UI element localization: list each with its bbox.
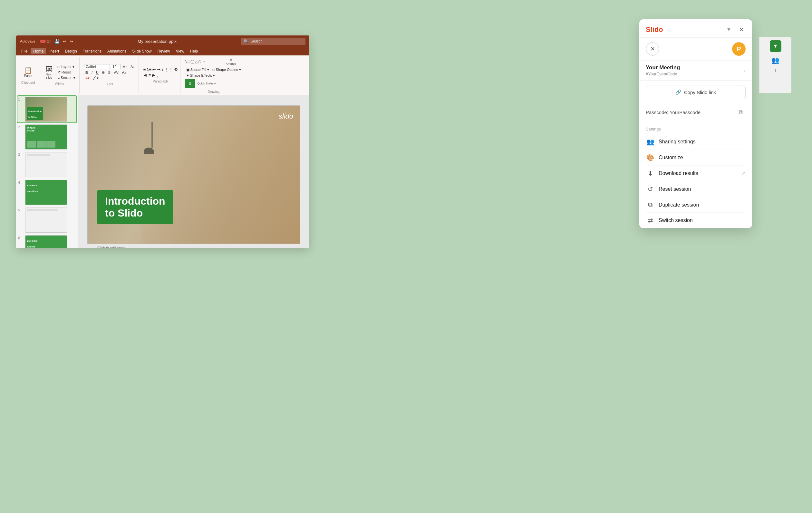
slide-thumb-2[interactable]: 2 What'sinside	[18, 124, 76, 150]
slide-thumb-1[interactable]: 1 Introductionto Slido	[18, 96, 76, 122]
shape-fill-btn[interactable]: ▣ Shape Fill ▾	[185, 67, 210, 72]
slido-ribbon-btn[interactable]: S	[185, 79, 195, 88]
menu-view[interactable]: View	[173, 48, 187, 54]
text-case-button[interactable]: Aa	[121, 70, 127, 75]
titlebar-left: AutoSave On 💾 ↩ ↪	[20, 39, 73, 44]
shadow-button[interactable]: S	[107, 70, 112, 75]
shape-3[interactable]: ◯	[191, 60, 194, 64]
participants-button[interactable]: 👥	[770, 54, 781, 66]
menu-home[interactable]: Home	[31, 48, 46, 54]
increase-font[interactable]: A↑	[121, 64, 128, 69]
slido-header-actions: ▼ ✕	[724, 25, 746, 34]
slido-close-button[interactable]: ✕	[736, 25, 746, 34]
main-slide[interactable]: Introduction to Slido slido	[87, 105, 300, 244]
increase-indent-btn[interactable]: ⇥	[157, 67, 161, 72]
x-icon: ✕	[650, 46, 655, 53]
shape-4[interactable]: △	[195, 60, 198, 64]
drawing-label: Drawing	[208, 90, 220, 93]
line-spacing-btn[interactable]: ↕	[162, 67, 164, 72]
autosave-toggle[interactable]: On	[39, 39, 52, 43]
menu-animations[interactable]: Animations	[105, 48, 129, 54]
shape-effects-btn[interactable]: ✦ Shape Effects ▾	[185, 73, 216, 78]
slide-thumb-5[interactable]: 5	[18, 207, 76, 233]
ribbon-drawing: ╲ □ ◯ △ ⬡ → ⧉ Arrange ▣ S	[182, 57, 245, 93]
new-slide-button[interactable]: 🖼 NewSlide	[42, 66, 55, 79]
menu-design[interactable]: Design	[62, 48, 79, 54]
align-center-btn[interactable]: ≡	[149, 73, 151, 78]
reset-session-label: Reset session	[659, 186, 691, 192]
link-icon: 🔗	[675, 89, 682, 95]
new-slide-label: NewSlide	[46, 73, 52, 79]
redo-icon[interactable]: ↪	[69, 39, 73, 44]
slide-thumb-3[interactable]: 3	[18, 151, 76, 178]
shape-1[interactable]: ╲	[185, 60, 187, 64]
new-slide-icon: 🖼	[46, 66, 52, 72]
align-left-btn[interactable]: ⫷	[143, 73, 148, 78]
reset-session-item[interactable]: ↺ Reset session	[646, 181, 746, 197]
chevron-right-icon: ›	[744, 67, 746, 74]
right-sidebar: ▼ 👥 1 ···	[759, 37, 791, 93]
decrease-font[interactable]: A↓	[129, 64, 136, 69]
more-options-button[interactable]: ···	[770, 78, 781, 90]
arrange-button[interactable]: ⧉ Arrange	[226, 57, 236, 66]
slido-minimize-button[interactable]: ▼	[724, 25, 733, 34]
slide-img-5	[25, 207, 67, 233]
numbered-btn[interactable]: 1≡	[147, 67, 151, 72]
slide-notes[interactable]: Click to add notes	[97, 246, 125, 248]
slido-top-row: ✕ P	[639, 38, 752, 61]
section-button[interactable]: ≡ Section ▾	[56, 76, 77, 80]
duplicate-icon: ⧉	[646, 201, 655, 208]
justify-btn[interactable]: ⁁	[157, 73, 158, 78]
font-family-input[interactable]	[84, 64, 110, 69]
columns-btn[interactable]: ⋮⋮	[165, 67, 173, 72]
underline-button[interactable]: U	[95, 70, 100, 75]
text-direction-btn[interactable]: ⟲	[174, 67, 178, 72]
menu-file[interactable]: File	[19, 48, 30, 54]
download-results-item[interactable]: ⬇ Download results ↗	[646, 166, 746, 181]
shape-outline-btn[interactable]: □ Shape Outline ▾	[211, 67, 242, 72]
slido-meeting-row[interactable]: Your Meeting #YourEventCode ›	[639, 61, 752, 81]
slide-num-1: 1	[18, 97, 23, 101]
strikethrough-button[interactable]: S	[101, 70, 106, 75]
menu-help[interactable]: Help	[187, 48, 201, 54]
italic-button[interactable]: I	[90, 70, 94, 75]
reset-button[interactable]: ↺ Reset	[56, 70, 77, 75]
slido-x-button[interactable]: ✕	[646, 42, 659, 56]
align-right-btn[interactable]: ⫸	[152, 73, 156, 78]
customize-item[interactable]: 🎨 Customize	[646, 150, 746, 166]
menu-review[interactable]: Review	[155, 48, 172, 54]
download-results-left: ⬇ Download results	[646, 170, 698, 177]
expand-icon: ▼	[773, 43, 778, 49]
highlight-btn[interactable]: 🖊▾	[92, 76, 100, 81]
arrange-icon: ⧉	[230, 58, 232, 61]
paste-button[interactable]: 📋 Paste	[22, 66, 34, 79]
switch-session-item[interactable]: ⇄ Switch session	[646, 213, 746, 228]
quick-styles-btn[interactable]: Quick Styles ▾	[196, 82, 218, 85]
slido-meeting-info: Your Meeting #YourEventCode	[646, 64, 680, 76]
menu-slideshow[interactable]: Slide Show	[129, 48, 154, 54]
slide-thumb-4[interactable]: 4 Audiencequestions	[18, 179, 76, 206]
sidebar-expand-button[interactable]: ▼	[770, 40, 781, 52]
menu-insert[interactable]: Insert	[47, 48, 62, 54]
ppt-body: 1 Introductionto Slido 2 What'sinside	[16, 95, 309, 248]
save-icon[interactable]: 💾	[54, 39, 60, 44]
ppt-search[interactable]: 🔍 Search	[241, 38, 306, 45]
slide-6-label: Live polls& ideas	[27, 240, 37, 248]
sharing-settings-item[interactable]: 👥 Sharing settings	[646, 134, 746, 150]
shape-2[interactable]: □	[188, 60, 190, 64]
font-color-btn[interactable]: A▾	[84, 76, 91, 81]
decrease-indent-btn[interactable]: ⇤	[152, 67, 156, 72]
menu-transitions[interactable]: Transitions	[80, 48, 104, 54]
shape-6[interactable]: →	[202, 60, 206, 64]
bold-button[interactable]: B	[84, 70, 89, 75]
char-spacing-button[interactable]: AV	[113, 70, 120, 75]
font-size-input[interactable]	[111, 64, 120, 69]
copy-passcode-button[interactable]: ⧉	[735, 107, 746, 117]
bullets-btn[interactable]: ≡	[143, 67, 146, 72]
shape-5[interactable]: ⬡	[198, 60, 201, 64]
copy-link-button[interactable]: 🔗 Copy Slido link	[646, 85, 746, 99]
duplicate-session-item[interactable]: ⧉ Duplicate session	[646, 197, 746, 213]
slide-thumb-6[interactable]: 6 Live polls& ideas	[18, 235, 76, 248]
undo-icon[interactable]: ↩	[63, 39, 66, 44]
layout-button[interactable]: □ Layout ▾	[56, 64, 77, 69]
